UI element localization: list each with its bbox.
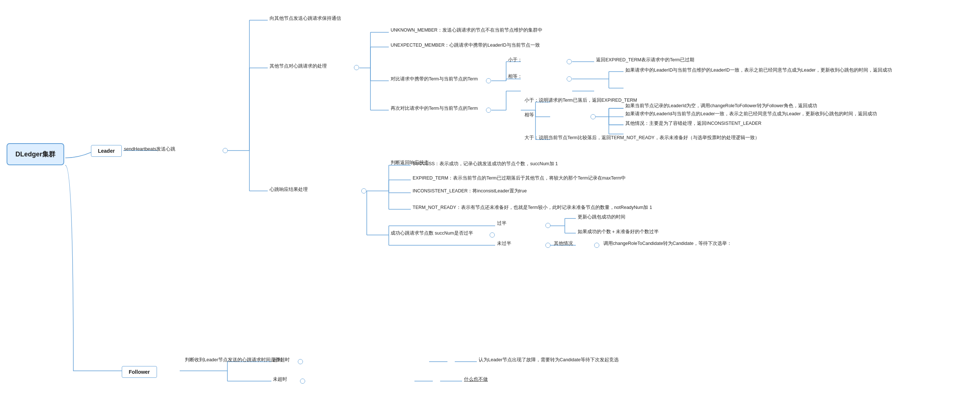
send-heartbeats-label: sendHeartbeats发送心跳 [124, 146, 175, 152]
recompare-equal-label: 相等 [525, 112, 534, 118]
compare-term-label: 对比请求中携带的Term与当前节点的Term [391, 76, 478, 82]
recompare-term-circle [486, 107, 491, 113]
unexpected-member-label: UNEXPECTED_MEMBER：心跳请求中携带的LeaderID与当前节点一… [391, 42, 540, 48]
other-nodes-circle [354, 65, 359, 70]
under-half-label: 未过半 [497, 240, 511, 247]
canvas: DLedger集群 Leader sendHeartbeats发送心跳 向其他节… [0, 0, 980, 398]
term-not-ready-label: TERM_NOT_READY：表示有节点还未准备好，也就是Term较小，此时记录… [413, 205, 652, 211]
compare-term-circle [486, 78, 491, 83]
under-half-action: 调用changeRoleToCandidate转为Candidate，等待下次选… [603, 240, 732, 247]
follower-node: Follower [122, 366, 157, 378]
compare-less-circle [566, 59, 572, 64]
under-half-other: 其他情况 [554, 240, 573, 247]
compare-less-label: 小于： [508, 57, 522, 63]
under-half-other-circle [594, 243, 599, 248]
root-node: DLedger集群 [6, 143, 64, 165]
compare-less-detail: 返回EXPIRED_TERM表示请求中的Term已过期 [596, 57, 694, 63]
compare-equal-label: 相等： [508, 74, 522, 80]
over-half-circle [546, 223, 550, 228]
heartbeat-response-circle [361, 189, 366, 193]
recompare-equal-circle [590, 114, 596, 119]
succ-num-circle [490, 232, 495, 238]
recompare-greater-label: 大于：说明当前节点Term比较落后，返回TERM_NOT_READY，表示未准备… [525, 135, 760, 141]
over-half-sub1: 更新心跳包成功的时间 [578, 214, 625, 220]
timeout-action: 认为Leader节点出现了故障，需要转为Candidate等待下次发起竞选 [479, 357, 619, 363]
send-heartbeats-circle [223, 148, 228, 153]
over-half-sub2: 如果成功的个数＋未准备好的个数过半 [578, 229, 659, 235]
succ-num-label: 成功心跳请求节点数 succNum是否过半 [391, 230, 473, 237]
timeout-circle [298, 359, 303, 364]
recompare-equal-sub3: 其他情况：主要是为了容错处理，返回INCONSISTENT_LEADER [625, 120, 761, 127]
no-timeout-circle [300, 379, 305, 384]
unknown-member-label: UNKNOWN_MEMBER：发送心跳请求的节点不在当前节点维护的集群中 [391, 27, 542, 34]
no-timeout-label: 未超时 [273, 376, 287, 383]
connection-lines [0, 0, 980, 398]
recompare-equal-sub1: 如果当前节点记录的LeaderId为空，调用changeRoleToFollow… [625, 103, 817, 109]
over-half-label: 过半 [497, 220, 506, 227]
inconsistent-label: INCONSISTENT_LEADER：将inconsistLeader置为tr… [413, 188, 527, 194]
expired-term-label: EXPIRED_TERM：表示当前节点的Term已过期落后于其他节点，将较大的那… [413, 175, 626, 181]
heartbeat-response-label: 心跳响应结果处理 [270, 187, 308, 193]
no-timeout-action: 什么也不做 [464, 376, 488, 383]
under-half-circle [546, 243, 550, 248]
success-label: SUCCESS：表示成功，记录心跳发送成功的节点个数，succNum加 1 [413, 161, 558, 167]
timeout-label: 超时 [273, 357, 282, 363]
leader-node: Leader [91, 145, 122, 157]
top-label: 向其他节点发送心跳请求保持通信 [270, 15, 341, 22]
compare-equal-sub1: 如果请求中的LeaderID与当前节点维护的LeaderID一致，表示之前已经同… [625, 67, 892, 74]
compare-equal-circle [566, 77, 572, 82]
other-nodes-label: 其他节点对心跳请求的处理 [270, 63, 327, 69]
recompare-equal-sub2: 如果请求中的LeaderId与当前节点的Leader一致，表示之前已经同意节点成… [625, 111, 877, 117]
recompare-term-label: 再次对比请求中的Term与当前节点的Term [391, 105, 478, 112]
